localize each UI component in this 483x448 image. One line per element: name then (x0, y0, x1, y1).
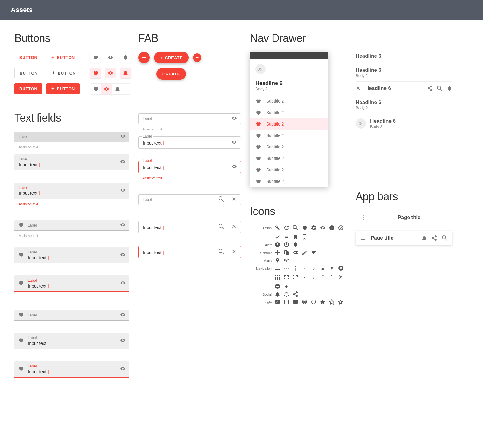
eye-icon[interactable] (120, 222, 126, 229)
nav-drawer: Headline 6 Body 2 Subtitle 2 Subtitle 2 … (250, 52, 328, 187)
heart-icon (18, 312, 24, 319)
tf-filled-lead[interactable]: Label (14, 220, 129, 231)
eye-icon[interactable] (120, 312, 126, 319)
drawer-item[interactable]: Subtitle 2 (250, 95, 328, 107)
star-half-icon (338, 299, 344, 305)
tf-out-search-value[interactable]: Input text | (138, 221, 241, 233)
plus-icon: + (160, 56, 163, 60)
topbar: Assets (0, 0, 483, 20)
fab-extended[interactable]: +CREATE (154, 52, 189, 63)
fab-extended-noicon[interactable]: CREATE (156, 68, 186, 80)
drawer-item-active[interactable]: Subtitle 2 (250, 118, 328, 130)
drawer-item[interactable]: Subtitle 2 (250, 141, 328, 153)
eye-icon[interactable] (232, 164, 237, 170)
tf-filled-plain-error[interactable]: Label Input text | (14, 361, 129, 378)
tf-assist: Assistive text (142, 127, 241, 131)
tf-filled-value[interactable]: Label Input text | (14, 154, 129, 170)
search-icon[interactable] (437, 86, 443, 91)
tf-out-value[interactable]: Label Input text | (138, 136, 241, 149)
eye-icon[interactable] (120, 280, 126, 287)
bookmark-outline-icon (302, 234, 307, 240)
close-icon[interactable] (232, 249, 237, 256)
remove-circle-icon (275, 284, 280, 289)
search-icon[interactable] (219, 196, 227, 203)
fab-mini[interactable]: + (193, 53, 201, 62)
tf-out-search[interactable]: Label (138, 194, 241, 205)
menu-icon[interactable] (360, 235, 366, 241)
text-button-icon[interactable]: BUTTON (46, 52, 80, 63)
icon-cat-navigation: Navigation (250, 265, 272, 270)
tf-filled-plain[interactable]: Label (14, 310, 129, 321)
heart-icon (18, 366, 24, 373)
heart-icon (255, 110, 261, 115)
icon-button-eye[interactable] (105, 52, 116, 63)
eye-icon[interactable] (120, 338, 126, 344)
drawer-item[interactable]: Subtitle 2 (250, 130, 328, 141)
close-icon[interactable] (232, 224, 237, 230)
share-icon[interactable] (427, 86, 433, 91)
eye-icon[interactable] (120, 159, 126, 166)
close-icon[interactable] (232, 196, 237, 203)
tf-label: Label (143, 117, 227, 121)
drawer-item[interactable]: Subtitle 2 (250, 107, 328, 118)
section-app-bars: App bars (356, 190, 452, 203)
fab[interactable]: + (138, 52, 150, 63)
tf-out-search-error[interactable]: Input text | (138, 246, 241, 258)
eye-icon[interactable] (120, 366, 126, 373)
edit-icon (302, 250, 307, 255)
search-icon[interactable] (219, 249, 227, 256)
eye-icon (320, 225, 325, 230)
icon-button-heart[interactable] (90, 52, 101, 63)
drawer-item[interactable]: Subtitle 2 (250, 164, 328, 176)
tf-out-empty[interactable]: Label (138, 113, 241, 124)
tf-filled-plain-value[interactable]: Label Input text (14, 333, 129, 349)
eye-icon[interactable] (120, 187, 126, 194)
bell-icon[interactable] (447, 86, 452, 91)
outlined-button[interactable]: BUTTON (14, 68, 43, 78)
headline-block: Headline 6 Body 2 (356, 63, 452, 82)
bell-alert-icon (293, 242, 298, 247)
icon-button-eye-active[interactable] (105, 68, 116, 78)
icon-button-heart-active[interactable] (90, 68, 101, 78)
icon-cat-toggle: Toggle (250, 299, 272, 304)
eye-icon[interactable] (232, 139, 237, 146)
toggle-heart[interactable] (90, 84, 101, 94)
tf-label: Label (28, 313, 116, 317)
check-circle-outline-icon (338, 225, 344, 230)
eye-icon[interactable] (120, 133, 126, 140)
headline-6: Headline 6 (365, 85, 423, 91)
search-icon[interactable] (442, 235, 447, 241)
tf-filled-empty[interactable]: Label (14, 132, 129, 142)
tf-filled-lead-error[interactable]: Label Input text | (14, 275, 129, 292)
text-button[interactable]: BUTTON (14, 52, 42, 63)
contained-button-icon[interactable]: BUTTON (46, 83, 80, 94)
share-icon[interactable] (432, 235, 437, 241)
close-icon[interactable] (356, 86, 361, 91)
drawer-item[interactable]: Subtitle 2 (250, 176, 328, 187)
star-outline-icon (329, 299, 334, 305)
tf-out-error[interactable]: Label Input text | (138, 161, 241, 173)
tf-filled-lead-value[interactable]: Label Input text | (14, 247, 129, 263)
heart-icon (18, 280, 24, 287)
search-icon (293, 225, 298, 230)
heart-icon (255, 156, 261, 161)
toggle-bell[interactable] (112, 84, 123, 94)
outlined-button-icon[interactable]: BUTTON (47, 68, 81, 78)
more-vert-icon[interactable] (360, 215, 366, 220)
contained-button[interactable]: BUTTON (14, 83, 42, 94)
bell-icon[interactable] (421, 235, 427, 241)
rotate-360-icon (284, 258, 289, 263)
drawer-body: Body 2 (255, 87, 323, 91)
icon-button-bell[interactable] (120, 52, 131, 63)
eye-icon[interactable] (120, 252, 126, 259)
icon-row-navigation: ‹ › ▴ ▾ ‹ › ˄ ˅ ● (275, 265, 347, 289)
search-icon[interactable] (219, 224, 227, 230)
toggle-eye[interactable] (101, 84, 112, 94)
eye-icon[interactable] (232, 116, 237, 122)
icon-button-bell-active[interactable] (120, 68, 131, 78)
checkbox-indeterminate-icon (293, 299, 298, 305)
drawer-item[interactable]: Subtitle 2 (250, 153, 328, 164)
fullscreen-icon (284, 275, 289, 280)
tf-filled-error[interactable]: Label Input text | (14, 183, 129, 199)
tf-value: Input text (28, 341, 116, 346)
